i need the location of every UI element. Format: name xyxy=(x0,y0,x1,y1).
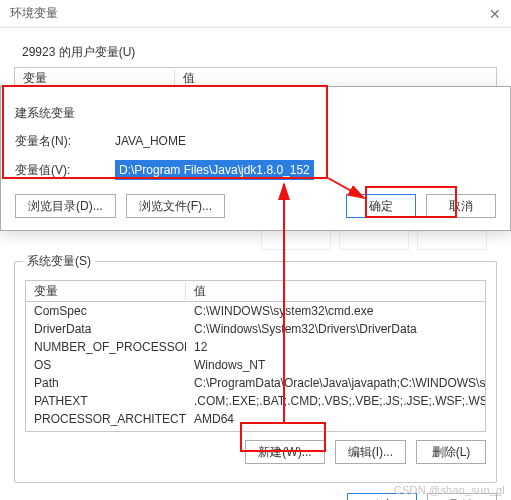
edit-button[interactable]: 编辑(I)... xyxy=(335,440,406,464)
browse-file-button[interactable]: 浏览文件(F)... xyxy=(126,194,225,218)
new-sysvar-dialog: 建系统变量 变量名(N): JAVA_HOME 变量值(V): D:\Progr… xyxy=(0,86,511,231)
var-value-row: 变量值(V): D:\Program Files\Java\jdk1.8.0_1… xyxy=(15,160,496,180)
var-name-cell: NUMBER_OF_PROCESSORS xyxy=(26,340,186,354)
var-value-cell: C:\ProgramData\Oracle\Java\javapath;C:\W… xyxy=(186,376,485,390)
watermark: CSDN @shan_sun_gl xyxy=(394,484,505,496)
table-row[interactable]: PROCESSOR_ARCHITECTUREAMD64 xyxy=(26,410,485,428)
var-name-cell: PROCESSOR_ARCHITECTURE xyxy=(26,412,186,426)
sysvars-button-row: 新建(W)... 编辑(I)... 删除(L) xyxy=(25,440,486,464)
var-name-cell: DriverData xyxy=(26,322,186,336)
dialog-titlebar: 环境变量 ✕ xyxy=(0,0,511,28)
modal-button-row: 浏览目录(D)... 浏览文件(F)... 确定 取消 xyxy=(15,194,496,218)
col-var-header: 变量 xyxy=(26,283,186,300)
var-value-cell: AMD64 xyxy=(186,412,485,426)
browse-dir-button[interactable]: 浏览目录(D)... xyxy=(15,194,116,218)
dialog-title: 环境变量 xyxy=(10,5,58,22)
table-row[interactable]: ComSpecC:\WINDOWS\system32\cmd.exe xyxy=(26,302,485,320)
var-value-cell: Windows_NT xyxy=(186,358,485,372)
table-row[interactable]: OSWindows_NT xyxy=(26,356,485,374)
var-name-cell: OS xyxy=(26,358,186,372)
var-value-selected[interactable]: D:\Program Files\Java\jdk1.8.0_152 xyxy=(115,160,314,180)
var-value-cell: .COM;.EXE;.BAT;.CMD;.VBS;.VBE;.JS;.JSE;.… xyxy=(186,394,485,408)
system-vars-section: 系统变量(S) 变量 值 ComSpecC:\WINDOWS\system32\… xyxy=(14,261,497,483)
var-value-label: 变量值(V): xyxy=(15,162,115,179)
user-vars-label: 29923 的用户变量(U) xyxy=(22,44,495,61)
var-name-label: 变量名(N): xyxy=(15,133,115,150)
new-button[interactable]: 新建(W)... xyxy=(245,440,324,464)
var-value-cell: C:\Windows\System32\Drivers\DriverData xyxy=(186,322,485,336)
col-var-header: 变量 xyxy=(15,70,175,87)
table-row[interactable]: NUMBER_OF_PROCESSORS12 xyxy=(26,338,485,356)
var-name-row: 变量名(N): JAVA_HOME xyxy=(15,132,496,150)
table-row[interactable]: PathC:\ProgramData\Oracle\Java\javapath;… xyxy=(26,374,485,392)
delete-button[interactable]: 删除(L) xyxy=(416,440,486,464)
table-row[interactable]: DriverDataC:\Windows\System32\Drivers\Dr… xyxy=(26,320,485,338)
modal-ok-button[interactable]: 确定 xyxy=(346,194,416,218)
var-value-cell: 12 xyxy=(186,340,485,354)
col-val-header: 值 xyxy=(186,283,485,300)
close-icon[interactable]: ✕ xyxy=(489,6,501,22)
var-value-cell: C:\WINDOWS\system32\cmd.exe xyxy=(186,304,485,318)
var-name-cell: Path xyxy=(26,376,186,390)
modal-cancel-button[interactable]: 取消 xyxy=(426,194,496,218)
var-value-field[interactable]: D:\Program Files\Java\jdk1.8.0_152 xyxy=(115,160,496,180)
col-val-header: 值 xyxy=(175,70,496,87)
sysvars-table[interactable]: ComSpecC:\WINDOWS\system32\cmd.exeDriver… xyxy=(25,302,486,432)
modal-title: 建系统变量 xyxy=(15,105,496,122)
system-vars-label: 系统变量(S) xyxy=(23,253,95,270)
var-name-cell: PATHEXT xyxy=(26,394,186,408)
table-row[interactable]: PATHEXT.COM;.EXE;.BAT;.CMD;.VBS;.VBE;.JS… xyxy=(26,392,485,410)
var-name-cell: ComSpec xyxy=(26,304,186,318)
var-name-value[interactable]: JAVA_HOME xyxy=(115,132,496,150)
sysvars-header: 变量 值 xyxy=(25,280,486,302)
main-dialog: 29923 的用户变量(U) 变量 值 xyxy=(0,28,511,89)
